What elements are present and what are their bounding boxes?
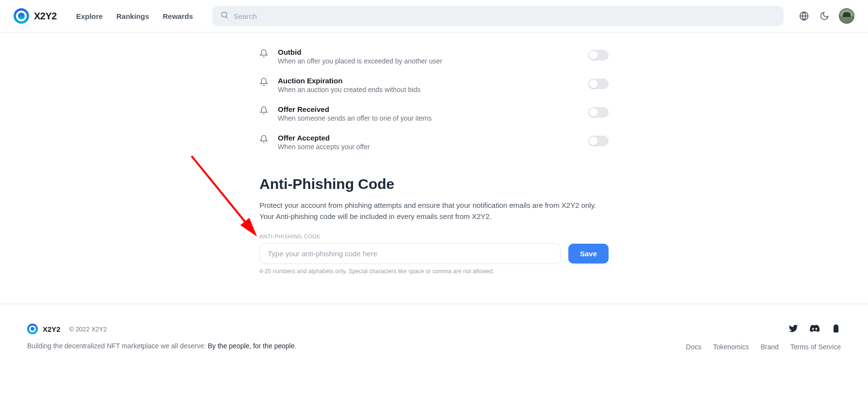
notification-content: Outbid When an offer you placed is excee… (278, 48, 579, 65)
notification-desc: When an offer you placed is exceeded by … (278, 57, 579, 65)
globe-icon[interactable] (798, 10, 810, 22)
bell-icon (259, 49, 269, 60)
notification-title: Outbid (278, 48, 579, 56)
footer-right: Docs Tokenomics Brand Terms of Service (686, 324, 841, 351)
main-nav: Explore Rankings Rewards (76, 12, 193, 20)
footer-tagline-strong: By the people, for the people (208, 342, 294, 350)
antiphishing-field-label: ANTI-PHISHING CODE (259, 234, 609, 239)
site-header: X2Y2 Explore Rankings Rewards (0, 0, 868, 32)
svg-line-1 (226, 16, 227, 18)
toggle-auction-expiration[interactable] (588, 78, 609, 89)
social-icons (788, 324, 841, 333)
notification-desc: When an auction you created ends without… (278, 86, 579, 93)
footer-link-tokenomics[interactable]: Tokenomics (713, 343, 749, 351)
footer-top: X2Y2 © 2022 X2Y2 Building the decentrali… (27, 324, 841, 351)
notification-desc: When someone sends an offer to one of yo… (278, 114, 579, 122)
logo-text: X2Y2 (34, 11, 57, 22)
antiphishing-title: Anti-Phishing Code (259, 176, 609, 192)
footer-logo-icon (27, 324, 38, 334)
bell-icon (259, 135, 269, 145)
antiphishing-code-input[interactable] (259, 243, 561, 264)
footer-logo-text: X2Y2 (43, 325, 61, 333)
search-icon (220, 11, 229, 21)
header-actions (798, 8, 854, 24)
notification-content: Offer Accepted When some accepts your of… (278, 134, 579, 151)
notification-title: Auction Expiration (278, 77, 579, 85)
twitter-icon[interactable] (788, 324, 798, 333)
toggle-outbid[interactable] (588, 50, 609, 61)
discord-icon[interactable] (810, 324, 820, 333)
footer-links: Docs Tokenomics Brand Terms of Service (686, 343, 841, 351)
avatar[interactable] (839, 8, 854, 24)
nav-explore[interactable]: Explore (76, 12, 103, 20)
antiphishing-desc: Protect your account from phishing attem… (259, 200, 609, 222)
logo-icon (14, 8, 29, 24)
footer-link-tos[interactable]: Terms of Service (790, 343, 841, 351)
toggle-offer-received[interactable] (588, 107, 609, 118)
notification-content: Auction Expiration When an auction you c… (278, 77, 579, 93)
footer-logo-row: X2Y2 © 2022 X2Y2 (27, 324, 296, 334)
antiphishing-hint: 4-20 numbers and alphabets only. Special… (259, 268, 609, 275)
footer-left: X2Y2 © 2022 X2Y2 Building the decentrali… (27, 324, 296, 350)
notification-row-outbid: Outbid When an offer you placed is excee… (259, 42, 609, 71)
nav-rankings[interactable]: Rankings (116, 12, 149, 20)
footer-link-brand[interactable]: Brand (760, 343, 778, 351)
bell-icon (259, 78, 269, 88)
moon-icon[interactable] (819, 10, 830, 22)
bell-icon (259, 106, 269, 117)
notification-title: Offer Received (278, 105, 579, 113)
svg-line-5 (192, 156, 255, 234)
antiphishing-input-row: Save (259, 243, 609, 264)
site-footer: X2Y2 © 2022 X2Y2 Building the decentrali… (0, 304, 868, 370)
notification-row-offer-received: Offer Received When someone sends an off… (259, 99, 609, 128)
notification-desc: When some accepts your offer (278, 143, 579, 151)
logo[interactable]: X2Y2 (14, 8, 57, 24)
footer-tagline-prefix: Building the decentralized NFT marketpla… (27, 342, 208, 350)
notification-title: Offer Accepted (278, 134, 579, 142)
save-button[interactable]: Save (568, 244, 609, 264)
search-input[interactable] (234, 12, 776, 20)
footer-link-docs[interactable]: Docs (686, 343, 702, 351)
nav-rewards[interactable]: Rewards (162, 12, 193, 20)
notification-row-offer-accepted: Offer Accepted When some accepts your of… (259, 128, 609, 156)
footer-tagline: Building the decentralized NFT marketpla… (27, 342, 296, 350)
annotation-arrow (187, 151, 269, 243)
mirror-icon[interactable] (831, 324, 841, 333)
footer-copyright: © 2022 X2Y2 (69, 326, 107, 333)
toggle-offer-accepted[interactable] (588, 136, 609, 146)
svg-point-0 (222, 12, 227, 17)
notification-content: Offer Received When someone sends an off… (278, 105, 579, 122)
search-container[interactable] (212, 6, 784, 26)
main-content: Outbid When an offer you placed is excee… (259, 32, 609, 304)
notification-row-auction-expiration: Auction Expiration When an auction you c… (259, 71, 609, 99)
